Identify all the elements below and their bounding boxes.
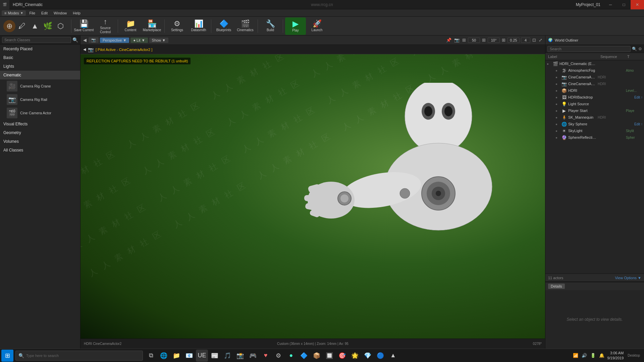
taskbar-icon-15[interactable]: ▲ [387,350,399,362]
mode-brush-btn[interactable]: ⬡ [54,20,66,32]
taskbar-icon-6[interactable]: ⚙ [272,350,284,362]
marketplace-button[interactable]: 🏪 Marketplace [142,17,162,35]
grid3-input[interactable] [521,38,530,43]
taskbar-icon-11[interactable]: 🎯 [336,350,348,362]
outliner-item-sk-mannequin[interactable]: ● 🧍 SK_Mannequin HDRI [545,114,644,121]
visibility-icon[interactable]: ● [555,109,560,113]
view-options-button[interactable]: View Options ▼ [615,276,641,280]
outliner-item-sky-light[interactable]: ● ☀ SkyLight Skylit [545,127,644,134]
category-all-classes[interactable]: All Classes [0,146,80,155]
item-camera-rig-crane[interactable]: 🎥 Camera Rig Crane [0,79,80,93]
outliner-item-light-source[interactable]: ● 💡 Light Source [545,101,644,107]
taskbar-icon-13[interactable]: 💎 [362,350,374,362]
play-button[interactable]: ▶ Play [285,17,306,35]
grid-icon[interactable]: ⊞ [481,38,486,43]
desktop-button[interactable]: Desktop [626,354,641,357]
visibility-icon[interactable]: ● [555,89,560,93]
grid2-icon[interactable]: ⊞ [501,38,506,43]
category-geometry[interactable]: Geometry [0,128,80,137]
visibility-icon[interactable]: ● [555,136,560,139]
outliner-search-input[interactable] [547,46,631,52]
fov-input[interactable] [468,38,480,43]
category-visual-effects[interactable]: Visual Effects [0,120,80,128]
visibility-icon[interactable]: ● [555,69,560,72]
taskbar-taskview[interactable]: ⧉ [145,350,157,362]
notification-icon[interactable]: 🔔 [598,350,606,362]
maximize-button[interactable]: □ [617,0,631,9]
show-btn[interactable]: Show ▼ [149,38,168,43]
start-button[interactable]: ⊞ [1,350,13,362]
menu-edit[interactable]: Edit [39,10,50,16]
outliner-item-cine-cam1[interactable]: ● 📷 CineCameraActor1 HDRI [545,74,644,80]
mode-landscape-btn[interactable]: ▲ [29,20,41,32]
bookmark-icon[interactable]: 📌 [445,38,452,43]
item-camera-rig-rail[interactable]: 📷 Camera Rig Rail [0,93,80,106]
content-button[interactable]: 📁 Content [120,17,141,35]
search-icon[interactable]: 🔍 [72,37,78,43]
outliner-item-hdri-backdrop[interactable]: ● 🖼 HDRIBackdrop Edit ↑ [545,94,644,101]
save-button[interactable]: 💾 Save Current [73,17,94,35]
taskbar-files[interactable]: 📁 [170,350,182,362]
maximize-viewport-icon[interactable]: ⤢ [538,38,543,43]
mode-select-btn[interactable]: ⊕ [3,20,15,32]
taskbar-mail[interactable]: 📧 [183,350,195,362]
visibility-icon[interactable]: ● [555,122,560,126]
camera2-icon[interactable]: 📷 [453,38,460,43]
snap-icon[interactable]: ⊞ [462,38,467,43]
close-button[interactable]: ✕ [631,0,644,9]
taskbar-search[interactable]: 🔍 Type here to search [15,351,143,361]
search-classes-input[interactable] [2,37,71,43]
outliner-item-hdri[interactable]: ● 📦 HDRI Level... [545,87,644,94]
taskbar-icon-9[interactable]: 📦 [311,350,323,362]
visibility-icon[interactable]: ● [547,62,551,66]
lit-btn[interactable]: ● Lit ▼ [130,38,148,43]
mode-foliage-btn[interactable]: 🌿 [42,20,54,32]
category-recently-placed[interactable]: Recently Placed [0,45,80,53]
minimize-button[interactable]: ─ [604,0,617,9]
volume-icon[interactable]: 🔊 [580,350,588,362]
settings-button[interactable]: ⚙ Settings [167,17,187,35]
taskbar-icon-12[interactable]: 🌟 [349,350,361,362]
taskbar-icon-7[interactable]: ● [285,350,297,362]
details-tab[interactable]: Details [548,284,565,289]
taskbar-icon-2[interactable]: 🎵 [221,350,233,362]
category-cinematic[interactable]: Cinematic [0,71,80,79]
source-control-button[interactable]: ↑ Source Control [95,17,116,35]
layout-icon[interactable]: ⊡ [532,38,537,43]
taskbar-icon-4[interactable]: 🎮 [247,350,259,362]
outliner-item-cine-cam2[interactable]: ● 📷 CineCameraActor2 HDRI [545,80,644,87]
item-cine-camera-actor[interactable]: 🎬 Cine Camera Actor [0,106,80,120]
actor-action[interactable]: Edit ↑ [634,122,643,126]
cinematics-button[interactable]: 🎬 Cinematics [235,17,256,35]
taskbar-icon-8[interactable]: 🔷 [298,350,310,362]
taskbar-icon-5[interactable]: ♥ [260,350,272,362]
actor-action[interactable]: Edit ↑ [634,96,643,99]
build-button[interactable]: 🔧 Build [260,17,281,35]
taskbar-ue4[interactable]: UE [196,350,208,362]
battery-icon[interactable]: 🔋 [589,350,597,362]
outliner-item-sky-sphere[interactable]: ● 🌐 Sky Sphere Edit ↑ [545,121,644,127]
taskbar-icon-10[interactable]: 🔲 [323,350,335,362]
menu-help[interactable]: Help [70,10,83,16]
visibility-icon[interactable]: ● [555,75,560,79]
visibility-icon[interactable]: ● [555,102,560,106]
outliner-item-player-start[interactable]: ● ▶ Player Start Playe [545,107,644,114]
menu-window[interactable]: Window [51,10,69,16]
vt-arrow-icon[interactable]: ◀ [83,38,87,43]
category-basic[interactable]: Basic [0,53,80,62]
launch-button[interactable]: 🚀 Launch [307,17,327,35]
taskbar-icon-14[interactable]: 🔵 [374,350,386,362]
datasmith-button[interactable]: 📊 Datasmith [188,17,209,35]
outliner-search-icon[interactable]: 🔍 [632,47,637,51]
taskbar-edge[interactable]: 🌐 [158,350,170,362]
outliner-settings-icon[interactable]: ⚙ [638,47,642,51]
mode-paint-btn[interactable]: 🖊 [16,20,28,32]
outliner-item-sphere-refl[interactable]: ● 🔮 SphereReflectionCapture Spher [545,134,644,141]
camera-select-btn[interactable]: 📷 [89,37,99,43]
grid2-input[interactable] [507,38,520,43]
category-lights[interactable]: Lights [0,62,80,71]
grid-input[interactable] [488,38,500,43]
blueprints-button[interactable]: 🔷 Blueprints [213,17,234,35]
menu-file[interactable]: File [26,10,38,16]
perspective-btn[interactable]: Perspective ▼ [100,38,129,43]
